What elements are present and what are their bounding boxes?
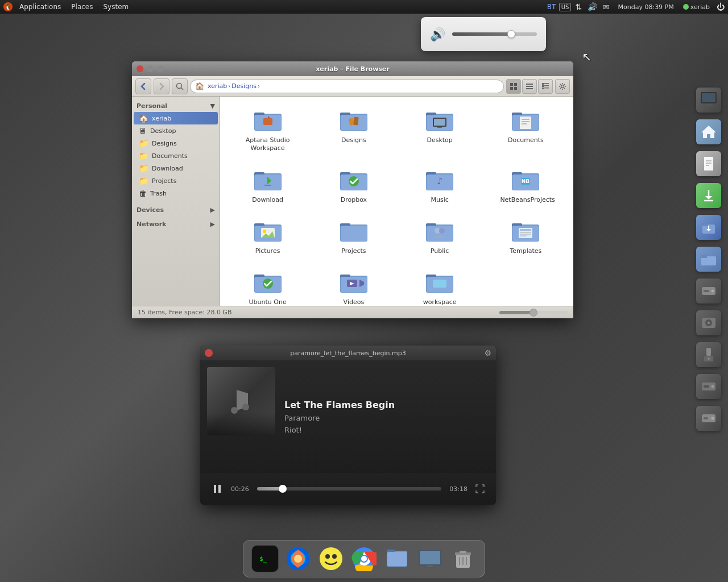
svg-point-140 xyxy=(294,555,302,563)
dock-firefox[interactable] xyxy=(283,544,313,573)
rs-folder[interactable] xyxy=(694,244,723,274)
svg-rect-7 xyxy=(514,87,517,90)
volume-slider-thumb[interactable] xyxy=(507,30,515,38)
download-label: Download xyxy=(252,196,283,204)
dock-desktop[interactable] xyxy=(415,544,445,573)
fb-back-button[interactable] xyxy=(135,78,151,94)
fb-sidebar-network-arrow[interactable]: ▶ xyxy=(210,221,215,228)
email-icon[interactable]: ✉ xyxy=(601,2,611,12)
svg-text:♪: ♪ xyxy=(437,176,442,186)
fb-icon-view-button[interactable] xyxy=(506,79,521,94)
rs-drive2[interactable] xyxy=(694,308,723,338)
mp-settings-button[interactable]: ⚙ xyxy=(484,348,491,357)
folder-ubuntu-one[interactable]: Ubuntu One xyxy=(227,265,308,306)
sidebar-item-projects[interactable]: 📁 Projects xyxy=(132,174,220,187)
home-icon xyxy=(696,119,721,144)
sidebar-item-xeriab[interactable]: 🏠 xeriab xyxy=(134,112,218,124)
svg-rect-70 xyxy=(427,226,453,241)
folder-dropbox[interactable]: Dropbox xyxy=(313,163,394,207)
fb-maximize-button[interactable] xyxy=(157,65,164,72)
mp-close-button[interactable] xyxy=(205,349,213,357)
fb-breadcrumb-current[interactable]: Designs xyxy=(231,82,257,90)
folder-workspace[interactable]: workspace xyxy=(399,265,481,306)
dock-terminal[interactable]: $_ xyxy=(250,544,280,573)
rs-drive4[interactable] xyxy=(694,404,723,433)
fb-close-button[interactable] xyxy=(136,65,143,72)
music-folder-icon: ♪ xyxy=(424,167,456,194)
fb-breadcrumb-home[interactable]: xeriab xyxy=(208,82,227,90)
menu-applications[interactable]: Applications xyxy=(15,0,65,14)
designs-folder-icon: 📁 xyxy=(139,139,148,148)
sidebar-item-designs[interactable]: 📁 Designs xyxy=(132,137,220,149)
network-icon[interactable]: ⇅ xyxy=(574,2,584,12)
user-indicator[interactable]: xeriab xyxy=(681,3,712,11)
dock-files[interactable] xyxy=(382,544,412,573)
svg-rect-33 xyxy=(437,127,442,128)
mp-pause-button[interactable] xyxy=(209,481,225,497)
fb-window-title: xeriab – File Browser xyxy=(316,65,390,73)
fb-sidebar-devices-arrow[interactable]: ▶ xyxy=(210,206,215,214)
folder-pictures[interactable]: Pictures xyxy=(227,214,308,259)
keyboard-layout-icon[interactable]: US xyxy=(560,2,570,12)
mp-progress-thumb[interactable] xyxy=(279,485,287,493)
monitor-icon xyxy=(696,88,721,113)
projects-folder-icon: 📁 xyxy=(139,176,148,185)
svg-rect-21 xyxy=(263,118,272,125)
svg-rect-4 xyxy=(510,83,513,86)
rs-home[interactable] xyxy=(694,117,723,147)
rs-usb[interactable] xyxy=(694,340,723,369)
bluetooth-icon[interactable]: BT xyxy=(547,2,557,12)
folder-videos[interactable]: Videos xyxy=(313,265,394,306)
dock-trash[interactable] xyxy=(448,544,478,573)
folder-desktop[interactable]: Desktop xyxy=(399,103,481,156)
folder-public[interactable]: Public xyxy=(399,214,481,259)
fb-settings-button[interactable] xyxy=(555,79,570,94)
dock-pidgin[interactable] xyxy=(316,544,346,573)
drive1-icon xyxy=(696,278,721,304)
volume-slider[interactable] xyxy=(452,32,537,36)
folder-netbeans[interactable]: NB NetBeansProjects xyxy=(485,163,566,207)
sidebar-item-trash[interactable]: 🗑 Trash xyxy=(132,187,220,199)
folder-download[interactable]: Download xyxy=(227,163,308,207)
svg-rect-98 xyxy=(214,485,216,493)
svg-rect-104 xyxy=(706,103,711,105)
rs-monitor[interactable] xyxy=(694,85,723,115)
rs-download[interactable] xyxy=(694,181,723,210)
menu-system[interactable]: System xyxy=(98,0,133,14)
volume-icon[interactable]: 🔊 xyxy=(588,2,598,12)
mp-artist: Paramore xyxy=(284,414,489,422)
sidebar-item-documents[interactable]: 📁 Documents xyxy=(132,149,220,162)
designs-label: Designs xyxy=(341,136,366,144)
mp-titlebar: paramore_let_the_flames_begin.mp3 ⚙ xyxy=(200,346,496,360)
rs-drive1[interactable] xyxy=(694,276,723,306)
fb-minimize-button[interactable] xyxy=(147,65,154,72)
rs-document[interactable] xyxy=(694,149,723,178)
fb-compact-view-button[interactable] xyxy=(538,79,553,94)
folder-aptana[interactable]: Aptana Studio Workspace xyxy=(227,103,308,156)
folder-projects[interactable]: Projects xyxy=(313,214,394,259)
documents-folder-icon2 xyxy=(510,107,541,134)
folder-templates[interactable]: Templates xyxy=(485,214,566,259)
ubuntu-one-folder-icon xyxy=(252,269,284,296)
folder-designs[interactable]: Designs xyxy=(313,103,394,156)
svg-rect-13 xyxy=(542,85,544,87)
fb-search-button[interactable] xyxy=(172,78,188,94)
rs-download2[interactable] xyxy=(694,213,723,242)
rs-drive3[interactable] xyxy=(694,372,723,401)
mp-fullscreen-button[interactable] xyxy=(473,482,487,496)
folder-documents[interactable]: Documents xyxy=(485,103,566,156)
svg-rect-10 xyxy=(526,88,533,89)
sidebar-item-download[interactable]: 📁 Download xyxy=(132,162,220,174)
folder-music[interactable]: ♪ Music xyxy=(399,163,481,207)
volume-popup: 🔊 xyxy=(421,17,546,51)
fb-forward-button[interactable] xyxy=(154,78,169,94)
mp-progress-bar[interactable] xyxy=(257,487,441,490)
sidebar-item-desktop[interactable]: 🖥 Desktop xyxy=(132,124,220,137)
menu-places[interactable]: Places xyxy=(67,0,97,14)
fb-sidebar-personal-arrow[interactable]: ▼ xyxy=(210,102,215,110)
music-player-window: paramore_let_the_flames_begin.mp3 ⚙ Let … xyxy=(200,346,496,505)
power-button[interactable]: ⏻ xyxy=(715,2,726,12)
svg-point-96 xyxy=(231,407,238,414)
fb-list-view-button[interactable] xyxy=(522,79,537,94)
dock-chrome[interactable] xyxy=(349,544,379,573)
